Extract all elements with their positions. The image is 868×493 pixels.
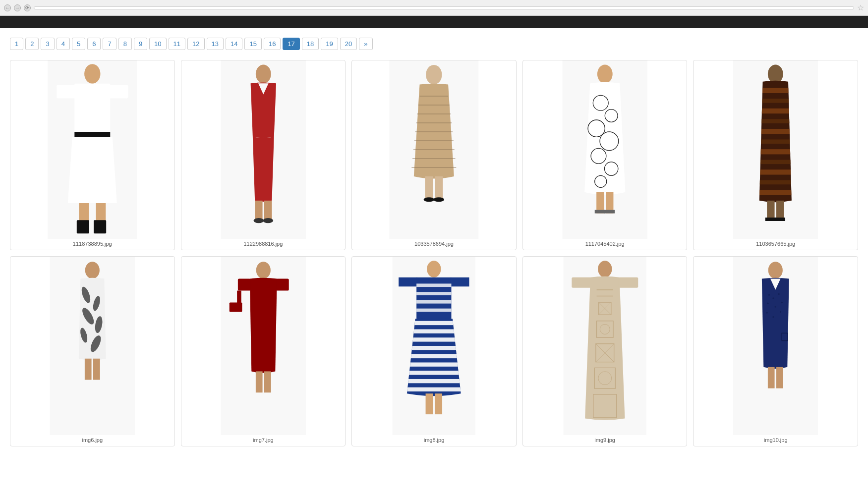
svg-rect-9 — [77, 220, 89, 233]
svg-rect-60 — [754, 169, 797, 174]
svg-rect-102 — [416, 309, 451, 312]
pagination-page-4[interactable]: 4 — [57, 38, 70, 50]
pagination-page-11[interactable]: 11 — [169, 38, 185, 50]
pagination-page-10[interactable]: 10 — [149, 38, 166, 50]
image-card[interactable]: 1103657665.jpg — [693, 60, 858, 250]
image-card[interactable]: img8.jpg — [351, 256, 517, 446]
svg-rect-89 — [451, 277, 469, 286]
svg-rect-59 — [754, 160, 797, 164]
navbar — [0, 16, 868, 28]
browser-chrome: ← → ⟳ ☆ — [0, 0, 868, 16]
pagination-page-6[interactable]: 6 — [87, 38, 101, 50]
svg-point-128 — [767, 303, 769, 304]
image-placeholder — [352, 257, 516, 435]
image-card[interactable]: img7.jpg — [181, 256, 346, 446]
image-card[interactable]: 1118738895.jpg — [10, 60, 175, 250]
image-card[interactable]: img10.jpg — [693, 256, 858, 446]
svg-rect-104 — [435, 393, 442, 414]
svg-rect-84 — [264, 371, 271, 392]
svg-point-51 — [768, 65, 783, 84]
url-bar[interactable] — [34, 6, 854, 9]
image-card[interactable]: img6.jpg — [10, 256, 175, 446]
svg-rect-62 — [754, 190, 797, 195]
image-filename: 1122988816.jpg — [241, 241, 285, 247]
svg-rect-35 — [430, 198, 431, 201]
svg-point-126 — [773, 297, 774, 299]
pagination-page-1[interactable]: 1 — [10, 38, 23, 50]
svg-rect-107 — [572, 277, 591, 288]
svg-rect-10 — [94, 220, 106, 233]
image-filename: 1103657665.jpg — [754, 241, 797, 247]
svg-rect-19 — [269, 219, 270, 223]
svg-point-130 — [781, 302, 783, 303]
svg-rect-14 — [255, 201, 262, 220]
image-card[interactable]: 1033578694.jpg — [351, 60, 517, 250]
image-filename: 1033578694.jpg — [412, 241, 456, 247]
svg-rect-108 — [619, 277, 638, 288]
pagination-page-2[interactable]: 2 — [25, 38, 39, 50]
svg-point-33 — [424, 197, 435, 202]
svg-rect-88 — [399, 277, 417, 286]
image-card[interactable]: img9.jpg — [522, 256, 688, 446]
image-filename: 1118738895.jpg — [71, 241, 114, 247]
pagination-page-12[interactable]: 12 — [187, 38, 204, 50]
svg-rect-61 — [754, 180, 797, 185]
pagination-page-5[interactable]: 5 — [72, 38, 85, 50]
image-placeholder — [694, 257, 858, 435]
svg-rect-66 — [775, 218, 785, 221]
svg-point-129 — [775, 306, 776, 307]
image-placeholder — [181, 257, 346, 435]
svg-rect-36 — [440, 198, 441, 201]
svg-rect-49 — [604, 210, 614, 214]
pagination-page-17[interactable]: 17 — [283, 38, 299, 50]
svg-rect-135 — [768, 367, 775, 388]
pagination-page-18[interactable]: 18 — [302, 38, 319, 50]
svg-rect-15 — [264, 201, 272, 220]
image-filename: img6.jpg — [80, 437, 105, 443]
svg-point-34 — [434, 197, 445, 202]
image-card[interactable]: 1117045402.jpg — [522, 60, 688, 250]
back-button[interactable]: ← — [4, 4, 11, 11]
svg-rect-99 — [416, 283, 451, 287]
image-placeholder — [523, 257, 687, 435]
pagination-page-9[interactable]: 9 — [134, 38, 147, 50]
svg-rect-80 — [276, 279, 289, 291]
svg-point-21 — [426, 65, 442, 85]
svg-rect-18 — [259, 219, 261, 223]
svg-rect-32 — [435, 176, 443, 199]
svg-point-132 — [773, 316, 774, 318]
svg-point-123 — [768, 262, 783, 278]
pagination-page-15[interactable]: 15 — [244, 38, 261, 50]
image-filename: img9.jpg — [592, 437, 617, 443]
pagination-page-19[interactable]: 19 — [321, 38, 338, 50]
svg-point-78 — [256, 262, 270, 278]
pagination-page-7[interactable]: 7 — [103, 38, 116, 50]
svg-rect-101 — [416, 300, 451, 304]
svg-rect-65 — [765, 218, 776, 221]
pagination-page-8[interactable]: 8 — [118, 38, 132, 50]
pagination-page-3[interactable]: 3 — [41, 38, 54, 50]
svg-rect-5 — [74, 132, 110, 137]
reload-button[interactable]: ⟳ — [24, 4, 31, 11]
svg-rect-79 — [237, 279, 250, 291]
pagination-page-14[interactable]: 14 — [226, 38, 242, 50]
image-filename: img8.jpg — [422, 437, 447, 443]
image-placeholder — [181, 60, 346, 239]
svg-rect-48 — [595, 210, 605, 214]
image-card[interactable]: 1122988816.jpg — [181, 60, 346, 250]
forward-button[interactable]: → — [14, 4, 21, 11]
pagination-page-16[interactable]: 16 — [264, 38, 281, 50]
pagination-page-20[interactable]: 20 — [340, 38, 357, 50]
bookmark-icon[interactable]: ☆ — [857, 3, 864, 12]
svg-rect-4 — [109, 85, 128, 99]
svg-point-38 — [597, 65, 613, 84]
image-grid: 1118738895.jpg 1122988816.jpg — [10, 60, 858, 446]
svg-point-17 — [263, 218, 273, 223]
pagination-next[interactable]: » — [359, 38, 372, 50]
svg-point-68 — [85, 262, 100, 278]
image-filename: 1117045402.jpg — [583, 241, 627, 247]
image-placeholder — [352, 60, 516, 239]
svg-point-86 — [427, 261, 441, 277]
image-filename: img7.jpg — [251, 437, 276, 443]
pagination-page-13[interactable]: 13 — [207, 38, 224, 50]
